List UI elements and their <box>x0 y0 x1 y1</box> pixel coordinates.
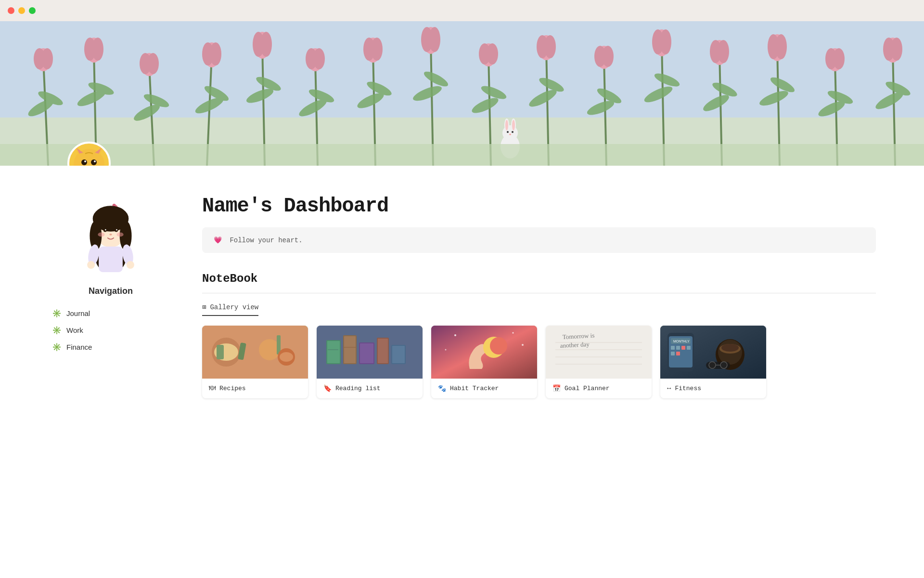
svg-point-76 <box>487 43 498 65</box>
card-habit-label: 🐾 Habit Tracker <box>431 379 537 398</box>
svg-point-138 <box>87 261 95 269</box>
svg-point-102 <box>505 120 508 131</box>
svg-rect-181 <box>671 346 675 350</box>
svg-rect-157 <box>378 339 388 363</box>
recipes-icon: 🍽 <box>209 384 216 392</box>
habit-icon: 🐾 <box>438 384 446 393</box>
gallery-view-tab[interactable]: ⊞ Gallery view <box>202 303 258 316</box>
svg-rect-107 <box>0 144 924 166</box>
svg-point-58 <box>147 53 159 74</box>
page-title: Name's Dashboard <box>202 195 876 218</box>
nav-journal-icon: ✳️ <box>52 309 62 318</box>
svg-point-79 <box>544 35 556 58</box>
svg-rect-135 <box>99 247 123 272</box>
card-goal-label: 📅 Goal Planner <box>546 379 652 398</box>
svg-point-148 <box>280 352 293 362</box>
gallery-grid: 🍽 Recipes <box>202 326 876 398</box>
card-recipes-label: 🍽 Recipes <box>202 379 308 398</box>
main-content: Navigation ✳️ Journal ✳️ Work ✳️ Finance <box>0 0 924 418</box>
svg-point-130 <box>105 229 106 231</box>
card-reading-label: 🔖 Reading list <box>317 379 423 398</box>
svg-point-61 <box>210 42 221 66</box>
goal-icon: 📅 <box>552 384 561 393</box>
svg-point-85 <box>660 29 671 54</box>
svg-rect-186 <box>676 352 680 355</box>
gallery-view-label: Gallery view <box>210 303 258 311</box>
svg-point-73 <box>429 27 440 52</box>
svg-point-105 <box>512 131 513 133</box>
svg-point-190 <box>721 344 739 352</box>
svg-point-168 <box>445 349 447 351</box>
svg-point-94 <box>833 48 845 69</box>
svg-point-166 <box>513 332 514 334</box>
svg-text:MONTHLY: MONTHLY <box>673 340 690 343</box>
tagline-box: 💗 Follow your heart. <box>202 227 876 253</box>
svg-point-82 <box>602 46 614 67</box>
card-habit[interactable]: 🐾 Habit Tracker <box>431 326 537 398</box>
svg-point-167 <box>522 344 524 346</box>
svg-point-91 <box>775 34 787 59</box>
svg-rect-183 <box>681 346 685 350</box>
nav-journal-label: Journal <box>66 309 90 317</box>
svg-rect-184 <box>687 346 691 350</box>
section-title: NoteBook <box>202 272 876 285</box>
nav-work-icon: ✳️ <box>52 326 62 335</box>
page-body: Navigation ✳️ Journal ✳️ Work ✳️ Finance <box>0 166 924 418</box>
card-recipes[interactable]: 🍽 Recipes <box>202 326 308 398</box>
svg-point-113 <box>81 159 87 165</box>
nav-finance-icon: ✳️ <box>52 342 62 352</box>
svg-point-70 <box>371 38 383 61</box>
svg-point-114 <box>91 159 97 165</box>
svg-point-103 <box>512 120 515 131</box>
svg-point-88 <box>718 40 729 63</box>
svg-point-164 <box>490 337 507 355</box>
card-goal[interactable]: Tomorrow is another day 📅 Goal Planner <box>546 326 652 398</box>
svg-rect-182 <box>676 346 680 350</box>
banner <box>0 21 924 166</box>
reading-icon: 🔖 <box>323 384 332 393</box>
svg-point-55 <box>92 38 103 61</box>
svg-point-132 <box>98 232 104 236</box>
nav-item-work[interactable]: ✳️ Work <box>48 323 173 338</box>
svg-point-67 <box>313 48 325 69</box>
notebook-section: NoteBook ⊞ Gallery view <box>202 272 876 398</box>
gallery-icon: ⊞ <box>202 303 206 311</box>
nav-work-label: Work <box>66 326 83 334</box>
svg-point-115 <box>84 160 86 162</box>
svg-point-134 <box>109 234 112 236</box>
svg-rect-143 <box>217 345 224 359</box>
tagline-text: Follow your heart. <box>230 236 302 244</box>
nav-title: Navigation <box>48 286 173 296</box>
svg-point-52 <box>41 48 53 69</box>
svg-point-193 <box>720 362 727 368</box>
svg-rect-185 <box>671 352 675 355</box>
minimize-button[interactable] <box>18 7 25 14</box>
right-content: Name's Dashboard 💗 Follow your heart. No… <box>202 195 876 398</box>
section-divider <box>202 293 876 293</box>
svg-rect-155 <box>360 343 373 363</box>
svg-point-97 <box>891 38 902 61</box>
card-fitness-label: ↔ Fitness <box>660 379 766 398</box>
nav-finance-label: Finance <box>66 343 92 351</box>
left-sidebar: Navigation ✳️ Journal ✳️ Work ✳️ Finance <box>48 195 173 398</box>
tagline-icon: 💗 <box>214 236 222 244</box>
close-button[interactable] <box>8 7 14 14</box>
svg-point-104 <box>507 131 509 133</box>
svg-rect-153 <box>344 336 356 363</box>
maximize-button[interactable] <box>29 7 36 14</box>
nav-item-finance[interactable]: ✳️ Finance <box>48 340 173 355</box>
svg-point-192 <box>709 362 716 368</box>
svg-point-116 <box>94 160 96 162</box>
svg-point-106 <box>509 134 511 135</box>
svg-point-139 <box>127 261 134 269</box>
nav-list: ✳️ Journal ✳️ Work ✳️ Finance <box>48 306 173 355</box>
svg-point-131 <box>116 229 117 231</box>
svg-point-165 <box>454 334 456 336</box>
card-fitness[interactable]: MONTHLY <box>660 326 766 398</box>
card-reading[interactable]: 🔖 Reading list <box>317 326 423 398</box>
svg-rect-159 <box>392 346 405 363</box>
svg-point-133 <box>116 232 123 236</box>
nav-item-journal[interactable]: ✳️ Journal <box>48 306 173 321</box>
fitness-icon: ↔ <box>667 384 671 392</box>
window-chrome <box>0 0 924 21</box>
